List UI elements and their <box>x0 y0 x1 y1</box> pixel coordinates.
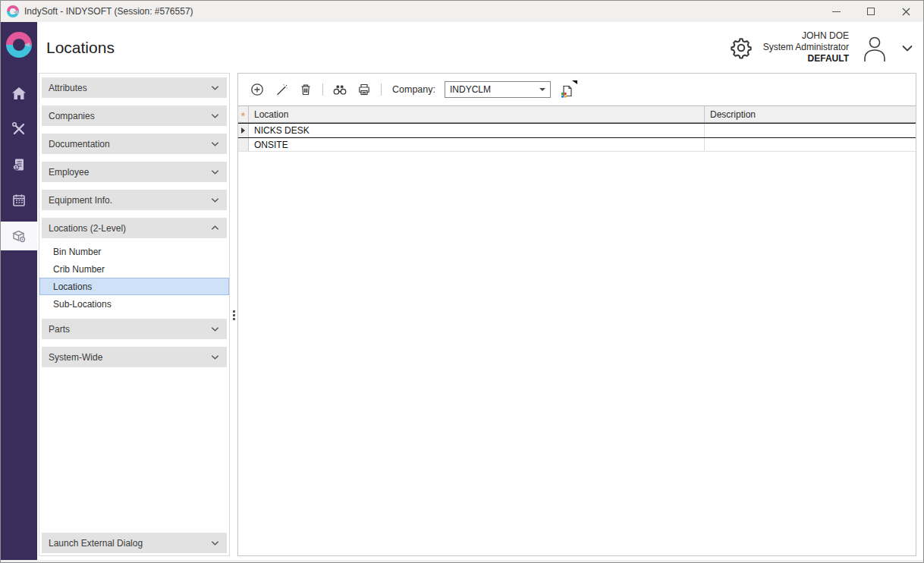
page-header: Locations JOHN DOE System Administrator … <box>37 22 923 73</box>
settings-button[interactable] <box>729 36 753 60</box>
user-role: System Administrator <box>763 42 849 53</box>
rail-item-inventory[interactable] <box>1 222 37 250</box>
window-title: IndySoft - INDYSOFT (Session: #576557) <box>24 6 193 17</box>
table-row[interactable]: NICKS DESK <box>238 123 916 138</box>
add-icon <box>250 83 264 96</box>
minimize-icon <box>832 11 841 12</box>
chevron-down-icon <box>210 324 220 334</box>
chevron-down-icon <box>210 195 220 205</box>
accordion-label: Locations (2-Level) <box>49 223 126 234</box>
locations-panel: Company: INDYCLM * <box>237 73 916 556</box>
cell-location[interactable]: ONSITE <box>249 138 705 151</box>
accordion-label: System-Wide <box>49 352 102 363</box>
accordion-attributes[interactable]: Attributes <box>42 77 227 98</box>
chevron-down-icon <box>210 83 220 93</box>
row-indicator <box>238 138 249 151</box>
add-button[interactable] <box>250 82 265 97</box>
chevron-down-icon <box>210 111 220 121</box>
accordion-label: Launch External Dialog <box>49 538 143 549</box>
titlebar: IndySoft - INDYSOFT (Session: #576557) <box>1 1 923 22</box>
cell-description[interactable] <box>705 124 916 137</box>
row-arrow-icon <box>241 127 245 134</box>
rail-item-calendar[interactable] <box>1 186 37 215</box>
required-star-icon: * <box>241 112 246 120</box>
wand-icon <box>275 83 288 96</box>
sidebar-item-bin-number[interactable]: Bin Number <box>39 243 229 260</box>
brand-logo-icon <box>6 32 32 58</box>
chevron-up-icon <box>210 223 220 233</box>
home-icon <box>11 86 27 101</box>
rail-item-home[interactable] <box>1 79 37 108</box>
close-button[interactable] <box>888 1 923 22</box>
company-dropdown[interactable]: INDYCLM <box>445 81 551 98</box>
company-label: Company: <box>392 84 435 95</box>
panel-splitter[interactable] <box>230 73 237 556</box>
chevron-down-icon <box>210 139 220 149</box>
current-row-indicator <box>238 124 249 137</box>
settings-gear-icon <box>729 36 753 60</box>
layout-export-icon <box>560 84 574 98</box>
accordion-label: Employee <box>49 167 89 178</box>
user-name: JOHN DOE <box>763 30 849 42</box>
inventory-cube-icon <box>11 228 27 244</box>
accordion-label: Companies <box>49 111 95 121</box>
maximize-icon <box>867 8 875 15</box>
cell-location[interactable]: NICKS DESK <box>249 124 705 137</box>
find-button[interactable] <box>332 82 347 97</box>
company-value: INDYCLM <box>450 84 491 95</box>
required-column-header: * <box>238 106 249 122</box>
maximize-button[interactable] <box>853 1 888 22</box>
toolbar-separator <box>322 83 323 96</box>
user-menu-button[interactable] <box>859 33 891 62</box>
delete-button[interactable] <box>298 82 313 97</box>
toolbar-separator <box>381 83 382 96</box>
grid-empty-area <box>238 152 916 555</box>
category-sidebar: Attributes Companies Documentation Emplo… <box>39 73 230 556</box>
chevron-down-icon <box>210 538 220 548</box>
accordion-locations-2-level[interactable]: Locations (2-Level) <box>42 218 227 238</box>
accordion-equipment-info[interactable]: Equipment Info. <box>42 190 227 210</box>
app-window: IndySoft - INDYSOFT (Session: #576557) $ <box>0 0 924 563</box>
export-dropdown-caret-icon <box>572 80 577 84</box>
locations-grid: * Location Description NICKS DESK ONSITE <box>238 105 916 555</box>
user-menu-chevron-button[interactable] <box>900 41 914 55</box>
print-button[interactable] <box>357 82 372 97</box>
user-info: JOHN DOE System Administrator DEFAULT <box>763 30 849 64</box>
column-header-description[interactable]: Description <box>705 106 916 122</box>
nav-rail: $ <box>1 22 37 560</box>
sidebar-item-sub-locations[interactable]: Sub-Locations <box>39 295 229 313</box>
chevron-down-icon <box>210 352 220 362</box>
rail-item-orders[interactable]: $ <box>1 150 37 179</box>
accordion-label: Parts <box>49 324 70 335</box>
edit-button[interactable] <box>274 82 289 97</box>
close-icon <box>902 8 910 16</box>
page-title: Locations <box>46 39 115 57</box>
layout-export-button[interactable] <box>560 81 577 98</box>
accordion-documentation[interactable]: Documentation <box>42 134 227 154</box>
calendar-icon <box>11 193 27 208</box>
user-company: DEFAULT <box>763 53 849 64</box>
sidebar-item-crib-number[interactable]: Crib Number <box>39 260 229 278</box>
accordion-companies[interactable]: Companies <box>42 105 227 126</box>
accordion-label: Documentation <box>49 139 110 149</box>
orders-document-icon: $ <box>11 157 27 172</box>
rail-item-tools[interactable] <box>1 115 37 143</box>
column-header-location[interactable]: Location <box>249 106 705 122</box>
accordion-launch-external-dialog[interactable]: Launch External Dialog <box>42 533 227 553</box>
accordion-label: Attributes <box>49 83 87 93</box>
printer-icon <box>357 83 371 96</box>
avatar-icon <box>859 33 891 62</box>
minimize-button[interactable] <box>819 1 853 22</box>
locations-section-items: Bin Number Crib Number Locations Sub-Loc… <box>39 243 229 313</box>
accordion-system-wide[interactable]: System-Wide <box>42 347 227 367</box>
tools-icon <box>11 121 27 137</box>
trash-icon <box>299 83 313 96</box>
sidebar-item-locations[interactable]: Locations <box>39 278 229 295</box>
grid-toolbar: Company: INDYCLM <box>238 74 916 105</box>
cell-description[interactable] <box>705 138 916 151</box>
grid-header-row: * Location Description <box>238 106 916 123</box>
accordion-employee[interactable]: Employee <box>42 162 227 182</box>
accordion-parts[interactable]: Parts <box>42 319 227 339</box>
chevron-down-icon <box>900 41 914 55</box>
table-row[interactable]: ONSITE <box>238 138 916 152</box>
